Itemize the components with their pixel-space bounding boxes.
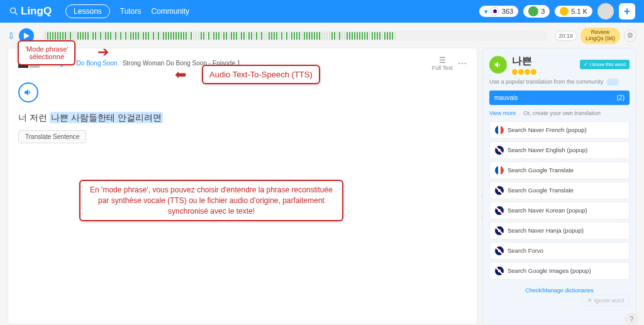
flag-uk-icon <box>495 226 504 235</box>
avatar[interactable] <box>597 3 614 19</box>
dictionary-label: Search Naver French (popup) <box>508 126 587 133</box>
coin-count: 5.1 K <box>571 8 587 15</box>
top-bar: LingQ Lessons Tutors Community ▾ 363 3 5… <box>0 0 644 23</box>
highlighted-words[interactable]: 나쁜 사람들한테 안걸리려면 <box>50 112 163 123</box>
dictionary-item[interactable]: Search Naver French (popup) <box>489 121 630 139</box>
speak-word-button[interactable] <box>489 56 507 74</box>
know-word-button[interactable]: ✓ I know this word <box>580 60 630 69</box>
nav-community[interactable]: Community <box>151 7 189 16</box>
review-lingqs-button[interactable]: Review LingQs (96) <box>580 28 620 44</box>
flag-korea-icon <box>491 7 499 16</box>
translate-button[interactable]: Translate Sentence <box>18 130 86 143</box>
speaker-icon <box>494 60 502 69</box>
dictionary-item[interactable]: Search Google Images (popup) <box>489 262 630 280</box>
flag-uk-icon <box>495 206 504 215</box>
nav-lessons[interactable]: Lessons <box>65 4 110 18</box>
annotation-mode-phrase: 'Mode phrase' sélectionné <box>18 40 75 65</box>
streak-badge[interactable]: ▾ 363 <box>479 6 518 17</box>
flag-uk-icon <box>495 146 504 155</box>
logo[interactable]: LingQ <box>9 5 52 18</box>
fulltext-label: Full Text <box>432 65 453 71</box>
fulltext-button[interactable]: ☰ Full Text <box>432 56 453 71</box>
flag-france-icon <box>495 166 504 175</box>
tag-count: (2) <box>617 94 625 101</box>
logo-text: LingQ <box>21 5 52 18</box>
word-panel: 나쁜 ✓ I know this word Use a popular tran… <box>482 48 636 324</box>
dictionary-label: Search Google Translate <box>508 167 574 174</box>
dictionary-item[interactable]: Search Naver English (popup) <box>489 141 630 159</box>
play-icon <box>23 33 30 39</box>
create-translation-link[interactable]: Or, create your own translation <box>523 110 601 116</box>
translation-tag[interactable]: mauvais (2) <box>489 91 630 105</box>
coin-icon <box>560 7 569 16</box>
community-toggle[interactable] <box>606 79 619 85</box>
sentence-text[interactable]: 너 저런 나쁜 사람들한테 안걸리려면 <box>18 113 467 124</box>
flag-uk-icon <box>495 246 504 255</box>
manage-dictionaries-link[interactable]: Check/Manage dictionaries <box>489 287 630 294</box>
tts-button[interactable] <box>18 82 38 102</box>
dictionary-label: Search Naver Korean (popup) <box>508 207 587 214</box>
dictionary-item[interactable]: Search Naver Korean (popup) <box>489 202 630 219</box>
view-more-link[interactable]: View more <box>489 110 516 116</box>
ignore-word-button[interactable]: ✕ Ignore word <box>582 295 630 306</box>
apple-count: 3 <box>541 8 545 15</box>
nav-tutors[interactable]: Tutors <box>120 7 142 16</box>
flag-france-icon <box>495 126 504 135</box>
annotation-tts: Audio Text-To-Speech (TTS) <box>202 65 320 84</box>
dictionary-label: Search Google Translate <box>508 187 574 194</box>
dictionary-label: Search Naver English (popup) <box>508 146 587 153</box>
flag-uk-icon <box>495 186 504 195</box>
annotation-explain: En 'mode phrase', vous pouvez choisir d'… <box>79 180 343 221</box>
progress-ticks <box>42 31 547 41</box>
streak-count: 363 <box>502 8 513 15</box>
main-nav: Lessons Tutors Community <box>65 4 189 18</box>
review-count: LingQs (96) <box>586 36 615 42</box>
word-coins <box>512 69 536 75</box>
coin-badge[interactable]: 5.1 K <box>555 6 592 17</box>
word-title: 나쁜 <box>512 55 536 68</box>
dictionary-item[interactable]: Search Google Translate <box>489 162 630 179</box>
dictionary-label: Search Naver Hanja (popup) <box>508 227 584 234</box>
dictionary-item[interactable]: Search Forvo <box>489 242 630 260</box>
tag-text: mauvais <box>494 94 518 101</box>
speaker-icon <box>23 87 33 97</box>
dictionary-label: Search Forvo <box>508 247 543 254</box>
flag-uk-icon <box>495 267 504 275</box>
progress-bar[interactable] <box>42 31 547 41</box>
help-button[interactable]: ? <box>625 312 638 325</box>
apple-badge[interactable]: 3 <box>523 5 550 18</box>
dictionary-label: Search Google Images (popup) <box>508 267 591 274</box>
sentence-prefix: 너 저런 <box>18 113 50 123</box>
svg-marker-2 <box>24 33 30 39</box>
svg-line-1 <box>15 13 17 14</box>
dictionary-item[interactable]: Search Google Translate <box>489 182 630 199</box>
apple-icon <box>528 6 538 16</box>
dictionary-list: Search Naver French (popup)Search Naver … <box>489 121 630 280</box>
community-hint: Use a popular translation from the commu… <box>489 79 630 85</box>
arrow-icon: ⬅ <box>175 67 186 83</box>
progress-time: 20:19 <box>555 31 577 41</box>
settings-button[interactable]: ⚙ <box>624 30 636 42</box>
add-button[interactable]: + <box>619 3 635 19</box>
arrow-icon: ➔ <box>97 44 109 60</box>
logo-icon <box>9 6 19 16</box>
svg-point-0 <box>11 8 16 13</box>
more-button[interactable]: ⋯ <box>458 58 467 69</box>
dictionary-item[interactable]: Search Naver Hanja (popup) <box>489 222 630 240</box>
download-icon[interactable]: ⇩ <box>8 31 15 41</box>
topbar-right: ▾ 363 3 5.1 K + <box>479 3 635 19</box>
